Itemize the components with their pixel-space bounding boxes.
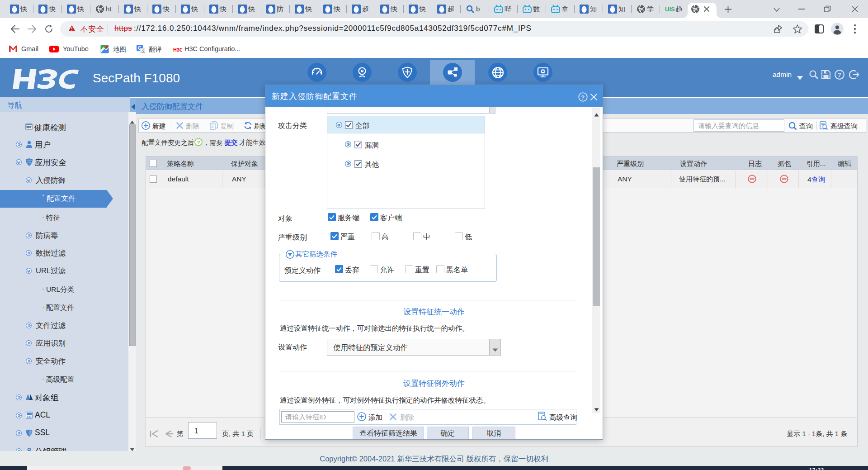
svg-text:UIS: UIS — [665, 6, 675, 13]
svg-text:?: ? — [197, 140, 200, 145]
svg-text:H3C: H3C — [173, 47, 182, 52]
svg-text:?: ? — [581, 94, 585, 101]
svg-text:?: ? — [838, 71, 841, 78]
svg-text:ACL: ACL — [27, 416, 32, 418]
svg-text:文: 文 — [142, 49, 146, 53]
